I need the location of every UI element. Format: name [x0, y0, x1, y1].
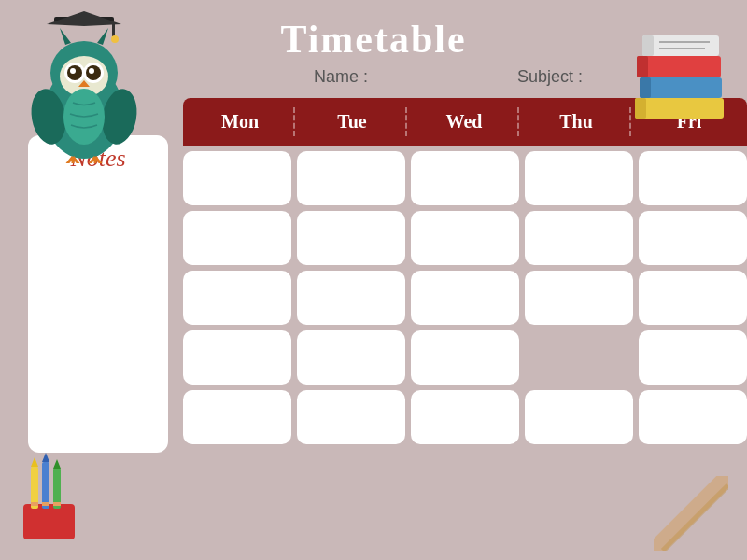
- svg-marker-6: [60, 28, 71, 45]
- header-mon: Mon: [187, 107, 295, 136]
- timetable: Mon Tue Wed Thu Fri: [183, 98, 747, 453]
- cell-5-2[interactable]: [297, 390, 405, 444]
- svg-rect-35: [23, 504, 75, 539]
- svg-point-3: [111, 35, 119, 43]
- cell-2-1[interactable]: [183, 211, 291, 265]
- svg-rect-39: [42, 462, 49, 509]
- cell-1-2[interactable]: [297, 151, 405, 205]
- header-thu: Thu: [523, 107, 631, 136]
- page: Timetable Name : Subject : Notes Mon Tue…: [0, 0, 747, 560]
- grid-row-1: [183, 151, 747, 205]
- svg-rect-31: [642, 35, 719, 56]
- cell-4-2[interactable]: [297, 330, 405, 385]
- cell-2-3[interactable]: [411, 211, 519, 265]
- cell-5-1[interactable]: [183, 390, 291, 444]
- svg-line-45: [654, 476, 728, 551]
- cell-3-4[interactable]: [525, 271, 633, 325]
- svg-rect-2: [112, 24, 115, 37]
- cell-2-4[interactable]: [525, 211, 633, 265]
- cell-4-3[interactable]: [411, 330, 519, 385]
- cell-4-5[interactable]: [639, 330, 747, 385]
- svg-rect-29: [637, 56, 721, 77]
- svg-rect-30: [637, 56, 648, 77]
- cell-5-4[interactable]: [525, 390, 633, 444]
- header-wed: Wed: [411, 107, 519, 136]
- bottom-right-decoration: [654, 476, 728, 551]
- svg-rect-27: [640, 77, 722, 98]
- svg-rect-28: [640, 77, 651, 98]
- subject-label: Subject :: [517, 67, 583, 87]
- cell-2-5[interactable]: [639, 211, 747, 265]
- grid-row-3: [183, 271, 747, 325]
- cell-1-5[interactable]: [639, 151, 747, 205]
- cell-3-1[interactable]: [183, 271, 291, 325]
- svg-rect-25: [635, 98, 724, 119]
- svg-rect-32: [642, 35, 654, 56]
- svg-marker-37: [31, 457, 38, 467]
- notes-panel: Notes: [28, 135, 168, 453]
- cell-1-1[interactable]: [183, 151, 291, 205]
- grid-row-4: [183, 330, 747, 385]
- name-label: Name :: [314, 67, 368, 87]
- cell-2-2[interactable]: [297, 211, 405, 265]
- cell-4-1[interactable]: [183, 330, 291, 385]
- books-illustration: [626, 9, 738, 131]
- svg-line-46: [663, 485, 728, 551]
- svg-rect-38: [31, 502, 38, 506]
- cell-3-3[interactable]: [411, 271, 519, 325]
- header-tue: Tue: [299, 107, 407, 136]
- svg-marker-40: [42, 453, 49, 462]
- svg-rect-41: [42, 502, 49, 506]
- cell-5-5[interactable]: [639, 390, 747, 444]
- cell-1-4[interactable]: [525, 151, 633, 205]
- cell-4-4: [525, 330, 633, 385]
- cell-3-5[interactable]: [639, 271, 747, 325]
- owl-illustration: [19, 9, 159, 168]
- cell-5-3[interactable]: [411, 390, 519, 444]
- grid-row-2: [183, 211, 747, 265]
- svg-rect-44: [53, 502, 61, 506]
- svg-rect-26: [635, 98, 646, 119]
- svg-marker-7: [97, 28, 108, 45]
- cell-1-3[interactable]: [411, 151, 519, 205]
- svg-point-13: [70, 68, 76, 74]
- grid-row-5: [183, 390, 747, 444]
- timetable-grid: [183, 151, 747, 444]
- pencils-illustration: [14, 448, 89, 541]
- cell-3-2[interactable]: [297, 271, 405, 325]
- svg-marker-43: [53, 459, 61, 469]
- svg-point-14: [89, 68, 94, 74]
